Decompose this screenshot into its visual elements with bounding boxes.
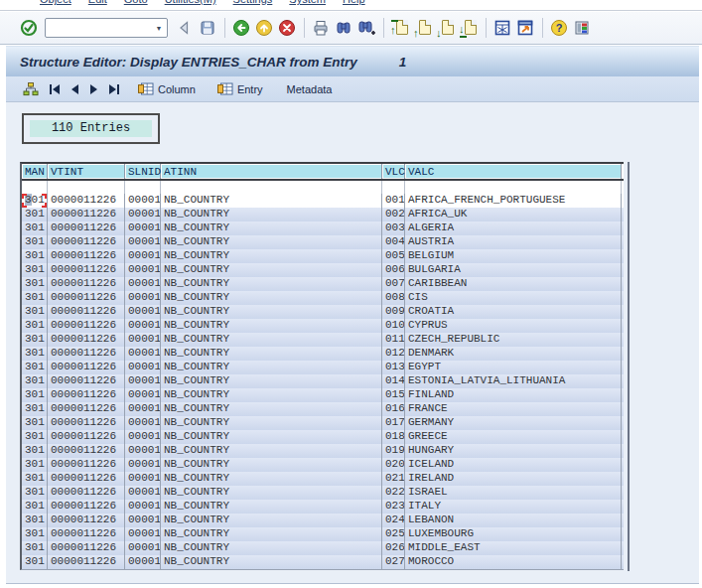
menu-item[interactable]: System: [289, 0, 326, 5]
table-cell[interactable]: LEBANON: [405, 514, 622, 527]
table-cell[interactable]: CZECH_REPUBLIC: [405, 333, 622, 347]
table-cell[interactable]: 301: [22, 416, 48, 430]
table-cell[interactable]: 025: [382, 527, 405, 541]
table-row[interactable]: 301000001122600001NB_COUNTRY003ALGERIA: [22, 221, 624, 235]
table-cell[interactable]: BULGARIA: [405, 263, 622, 277]
table-cell[interactable]: 023: [382, 500, 405, 514]
table-cell[interactable]: 0000011226: [48, 374, 125, 388]
table-cell[interactable]: 00001: [125, 263, 161, 277]
table-cell[interactable]: NB_COUNTRY: [161, 291, 382, 305]
table-cell[interactable]: 301: [22, 277, 48, 291]
help-button[interactable]: ?: [548, 18, 569, 39]
overview-button[interactable]: [18, 80, 44, 98]
table-cell[interactable]: GERMANY: [405, 416, 622, 430]
table-cell[interactable]: NB_COUNTRY: [161, 347, 382, 361]
table-row[interactable]: 301000001122600001NB_COUNTRY022ISRAEL: [22, 486, 624, 500]
table-cell[interactable]: NB_COUNTRY: [161, 388, 382, 402]
table-cell[interactable]: 301: [22, 333, 48, 347]
table-cell[interactable]: 0000011226: [48, 444, 125, 458]
table-cell[interactable]: 004: [382, 235, 405, 249]
table-cell[interactable]: 0000011226: [48, 208, 125, 221]
table-cell[interactable]: ESTONIA_LATVIA_LITHUANIA: [405, 374, 622, 388]
table-cell[interactable]: 015: [382, 388, 405, 402]
table-cell[interactable]: 0000011226: [48, 291, 125, 305]
command-dropdown-icon[interactable]: ▼: [151, 19, 167, 37]
table-cell[interactable]: 301: [22, 500, 48, 514]
table-cell[interactable]: AFRICA_FRENCH_PORTUGUESE: [405, 194, 622, 208]
table-cell[interactable]: 014: [382, 374, 405, 388]
table-cell[interactable]: 00001: [125, 374, 161, 388]
table-row[interactable]: 301000001122600001NB_COUNTRY011CZECH_REP…: [22, 333, 624, 347]
previous-entry-button[interactable]: [66, 82, 84, 96]
back-step-button[interactable]: [174, 18, 195, 39]
table-row[interactable]: 301000001122600001NB_COUNTRY016FRANCE: [22, 402, 624, 416]
first-page-button[interactable]: ↑: [389, 18, 410, 39]
exit-button[interactable]: [253, 18, 274, 39]
table-cell[interactable]: ITALY: [405, 500, 622, 514]
table-row[interactable]: 301000001122600001NB_COUNTRY008CIS: [22, 291, 624, 305]
first-entry-button[interactable]: [44, 82, 66, 96]
table-row[interactable]: 301000001122600001NB_COUNTRY012DENMARK: [22, 347, 624, 361]
table-cell[interactable]: 0000011226: [48, 277, 125, 291]
table-cell-cursor[interactable]: 301: [22, 194, 48, 208]
table-cell[interactable]: 301: [22, 388, 48, 402]
table-cell[interactable]: 301: [22, 221, 48, 235]
table-cell[interactable]: 007: [382, 277, 405, 291]
table-cell[interactable]: NB_COUNTRY: [161, 333, 382, 347]
table-cell[interactable]: 017: [382, 416, 405, 430]
table-cell[interactable]: DENMARK: [405, 347, 622, 361]
find-next-button[interactable]: [355, 18, 376, 39]
table-cell[interactable]: 00001: [125, 235, 161, 249]
find-button[interactable]: [333, 18, 353, 39]
table-cell[interactable]: 301: [22, 347, 48, 361]
table-cell[interactable]: 301: [22, 458, 48, 472]
table-cell[interactable]: NB_COUNTRY: [161, 541, 382, 555]
table-cell[interactable]: NB_COUNTRY: [161, 374, 382, 388]
table-row[interactable]: 301000001122600001NB_COUNTRY002AFRICA_UK: [22, 208, 624, 221]
new-session-button[interactable]: [491, 18, 512, 39]
table-cell[interactable]: NB_COUNTRY: [161, 527, 382, 541]
table-cell[interactable]: 0000011226: [48, 249, 125, 263]
table-cell[interactable]: 0000011226: [48, 486, 125, 500]
table-cell[interactable]: NB_COUNTRY: [161, 402, 382, 416]
table-cell[interactable]: NB_COUNTRY: [161, 235, 382, 249]
table-cell[interactable]: 027: [382, 555, 405, 569]
table-cell[interactable]: 301: [22, 472, 48, 486]
table-cell[interactable]: 0000011226: [48, 333, 125, 347]
table-cell[interactable]: GREECE: [405, 430, 622, 444]
table-cell[interactable]: 0000011226: [48, 541, 125, 555]
table-cell[interactable]: 00001: [125, 347, 161, 361]
customize-layout-button[interactable]: [571, 18, 592, 39]
table-cell[interactable]: 301: [22, 555, 48, 569]
menu-item[interactable]: Settings: [233, 0, 273, 5]
table-row[interactable]: 301000001122600001NB_COUNTRY001AFRICA_FR…: [22, 194, 624, 208]
table-row[interactable]: 301000001122600001NB_COUNTRY006BULGARIA: [22, 263, 624, 277]
table-cell[interactable]: CIS: [405, 291, 622, 305]
table-row[interactable]: 301000001122600001NB_COUNTRY010CYPRUS: [22, 319, 624, 333]
table-row[interactable]: 301000001122600001NB_COUNTRY017GERMANY: [22, 416, 624, 430]
table-cell[interactable]: NB_COUNTRY: [161, 444, 382, 458]
table-cell[interactable]: CARIBBEAN: [405, 277, 622, 291]
table-cell[interactable]: 301: [22, 208, 48, 221]
column-header[interactable]: VLC: [382, 164, 405, 179]
table-cell[interactable]: 026: [382, 541, 405, 555]
table-cell[interactable]: 0000011226: [48, 416, 125, 430]
table-cell[interactable]: 0000011226: [48, 194, 125, 208]
table-cell[interactable]: NB_COUNTRY: [161, 514, 382, 527]
table-cell[interactable]: NB_COUNTRY: [161, 430, 382, 444]
metadata-button[interactable]: Metadata: [282, 81, 338, 97]
table-cell[interactable]: 00001: [125, 361, 161, 374]
back-button[interactable]: [230, 18, 251, 39]
table-cell[interactable]: 00001: [125, 333, 161, 347]
table-cell[interactable]: 016: [382, 402, 405, 416]
table-cell[interactable]: 0000011226: [48, 263, 125, 277]
table-cell[interactable]: 0000011226: [48, 235, 125, 249]
table-cell[interactable]: NB_COUNTRY: [161, 416, 382, 430]
table-cell[interactable]: 301: [22, 374, 48, 388]
table-cell[interactable]: 024: [382, 514, 405, 527]
table-cell[interactable]: IRELAND: [405, 472, 622, 486]
table-cell[interactable]: 00001: [125, 221, 161, 235]
table-cell[interactable]: NB_COUNTRY: [161, 486, 382, 500]
table-cell[interactable]: ICELAND: [405, 458, 622, 472]
table-cell[interactable]: 00001: [125, 514, 161, 527]
